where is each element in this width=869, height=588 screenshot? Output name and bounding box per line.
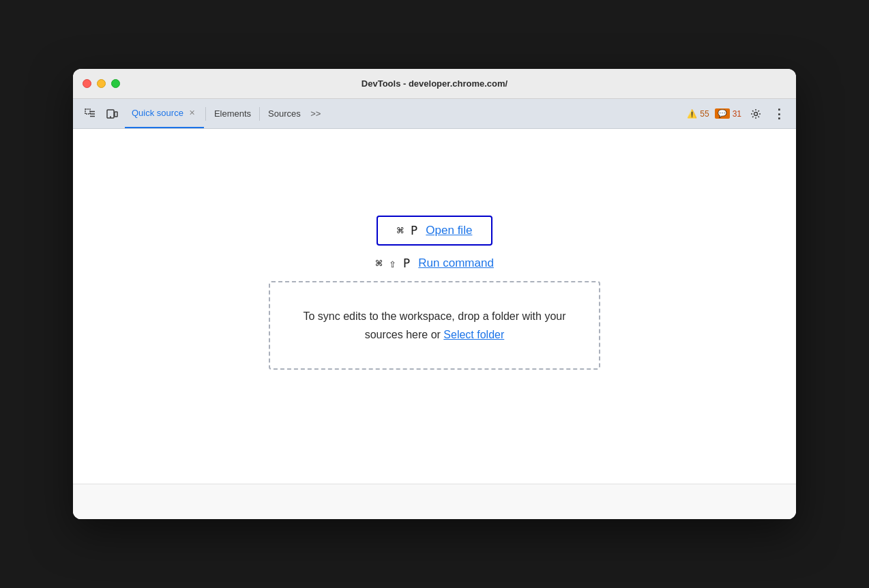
inspect-icon[interactable]	[81, 105, 99, 123]
content-upper: ⌘ P Open file ⌘ ⇧ P Run command To sync …	[73, 129, 796, 484]
drop-zone[interactable]: To sync edits to the workspace, drop a f…	[269, 281, 600, 370]
more-options-icon[interactable]: ⋮	[770, 105, 788, 123]
tab-quick-source-label: Quick source	[132, 108, 183, 118]
run-command-row: ⌘ ⇧ P Run command	[375, 256, 494, 270]
tab-quick-source[interactable]: Quick source ✕	[125, 99, 204, 128]
drop-zone-text: To sync edits to the workspace, drop a f…	[303, 307, 565, 344]
tab-list: Quick source ✕ Elements Sources >>	[125, 99, 683, 128]
status-bar	[73, 484, 796, 519]
open-file-shortcut: ⌘ P	[397, 224, 418, 237]
errors-badge[interactable]: 💬 31	[715, 108, 741, 119]
traffic-lights	[83, 79, 120, 88]
maximize-button[interactable]	[111, 79, 120, 88]
drop-zone-line2: sources here or	[365, 329, 444, 340]
tab-sources-label: Sources	[268, 108, 301, 119]
open-file-box: ⌘ P Open file	[377, 216, 493, 246]
svg-rect-5	[115, 112, 117, 117]
svg-point-7	[754, 112, 758, 115]
error-icon: 💬	[715, 108, 730, 119]
warning-icon: ⚠️	[687, 109, 697, 119]
run-command-shortcut: ⌘ ⇧ P	[375, 256, 410, 270]
devtools-window: DevTools - developer.chrome.com/ Qui	[73, 69, 796, 519]
select-folder-link[interactable]: Select folder	[443, 329, 504, 340]
tab-quick-source-close[interactable]: ✕	[188, 108, 197, 118]
tab-divider-2	[259, 107, 260, 121]
settings-icon[interactable]	[747, 105, 765, 123]
tab-sources[interactable]: Sources	[261, 99, 308, 128]
error-count: 31	[733, 109, 741, 119]
toolbar: Quick source ✕ Elements Sources >> ⚠️ 55	[73, 99, 796, 129]
tab-divider-1	[205, 107, 206, 121]
svg-rect-0	[85, 109, 90, 114]
tab-elements-label: Elements	[214, 108, 251, 119]
minimize-button[interactable]	[97, 79, 106, 88]
run-command-link[interactable]: Run command	[418, 256, 494, 270]
more-tabs-label: >>	[310, 108, 321, 119]
toolbar-right: ⚠️ 55 💬 31 ⋮	[687, 105, 788, 123]
drop-zone-line1: To sync edits to the workspace, drop a f…	[303, 310, 565, 322]
warning-count: 55	[700, 109, 709, 119]
tab-elements[interactable]: Elements	[207, 99, 258, 128]
title-bar: DevTools - developer.chrome.com/	[73, 69, 796, 99]
window-title: DevTools - developer.chrome.com/	[362, 78, 507, 89]
main-content: ⌘ P Open file ⌘ ⇧ P Run command To sync …	[73, 129, 796, 519]
open-file-link[interactable]: Open file	[426, 224, 472, 237]
warnings-badge[interactable]: ⚠️ 55	[687, 109, 709, 119]
device-toggle-icon[interactable]	[103, 105, 121, 123]
more-tabs-button[interactable]: >>	[308, 106, 324, 122]
close-button[interactable]	[83, 79, 91, 88]
